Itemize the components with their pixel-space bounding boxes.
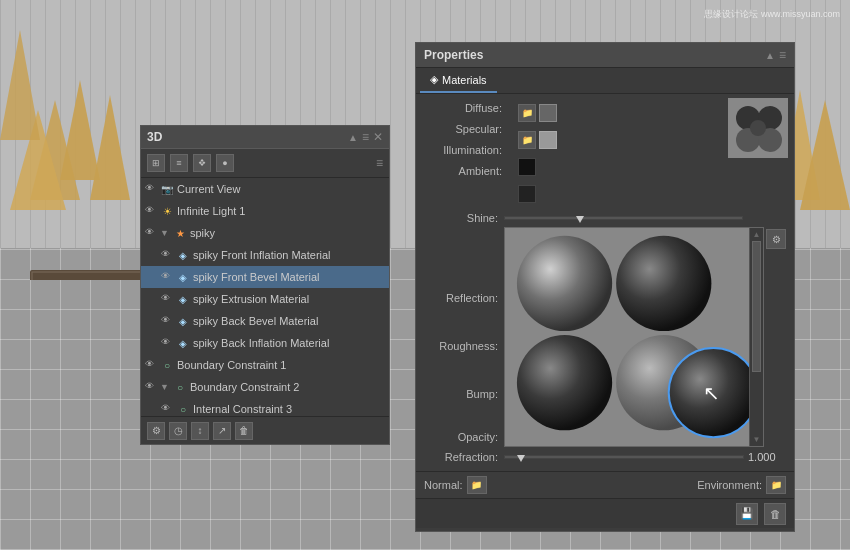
props-collapse-arrow[interactable]: ▲	[765, 50, 775, 61]
layer-item-spiky-front-inflation[interactable]: 👁 ◈ spiky Front Inflation Material	[141, 244, 389, 266]
eye-icon[interactable]: 👁	[145, 381, 157, 393]
layer-label-internal-3: Internal Constraint 3	[193, 403, 385, 415]
ambient-swatch[interactable]	[518, 185, 536, 203]
layer-item-spiky[interactable]: 👁 ▼ ★ spiky	[141, 222, 389, 244]
texture-balls-svg: ↖	[505, 228, 763, 447]
layer-item-spiky-extrusion[interactable]: 👁 ◈ spiky Extrusion Material	[141, 288, 389, 310]
props-labels-col: Diffuse: Specular: Illumination: Ambient…	[422, 102, 512, 205]
preview-and-scroll: Reflection: Roughness: Bump: Opacity:	[422, 227, 788, 447]
layer-label-spiky-front-bevel: spiky Front Bevel Material	[193, 271, 385, 283]
scroll-down-arrow[interactable]: ▼	[750, 435, 763, 444]
panel-3d-toolbar: ⊞ ≡ ❖ ● ≡	[141, 149, 389, 178]
layer-item-infinite-light-1[interactable]: 👁 ☀ Infinite Light 1	[141, 200, 389, 222]
scroll-up-arrow[interactable]: ▲	[750, 228, 763, 239]
specular-label: Specular:	[422, 123, 502, 135]
material-icon: ◈	[176, 336, 190, 350]
expand-arrow[interactable]: ▼	[160, 228, 170, 238]
eye-icon[interactable]: 👁	[161, 271, 173, 283]
constraint-icon: ○	[160, 358, 174, 372]
refraction-slider[interactable]	[504, 455, 744, 459]
specular-row: Specular:	[422, 123, 512, 135]
illumination-swatch[interactable]	[518, 158, 536, 176]
eye-icon[interactable]: 👁	[161, 315, 173, 327]
props-save-btn[interactable]: 💾	[736, 503, 758, 525]
texture-grid-preview[interactable]: ↖ ▲ ▼	[504, 227, 764, 447]
specular-swatch[interactable]	[539, 131, 557, 149]
illumination-row: Illumination:	[422, 144, 512, 156]
eye-icon[interactable]: 👁	[161, 337, 173, 349]
layer-item-boundary-2[interactable]: 👁 ▼ ○ Boundary Constraint 2	[141, 376, 389, 398]
material-icon: ◈	[176, 314, 190, 328]
constraint-icon: ○	[176, 402, 190, 416]
eye-icon[interactable]: 👁	[161, 249, 173, 261]
refraction-label: Refraction:	[422, 451, 504, 463]
panel-3d-footer: ⚙ ◷ ↕ ↗ 🗑	[141, 416, 389, 444]
panel-3d: 3D ▲ ≡ ✕ ⊞ ≡ ❖ ● ≡ 👁 📷 Current View 👁 ☀ …	[140, 125, 390, 445]
footer-mesh-btn[interactable]: ↕	[191, 422, 209, 440]
layer-item-spiky-front-bevel[interactable]: 👁 ◈ spiky Front Bevel Material	[141, 266, 389, 288]
props-menu-icon[interactable]: ≡	[779, 48, 786, 62]
eye-icon[interactable]: 👁	[145, 183, 157, 195]
panel-tabs: ◈ Materials	[416, 68, 794, 94]
shine-slider[interactable]	[504, 216, 743, 220]
tab-materials[interactable]: ◈ Materials	[420, 68, 497, 93]
layer-label-spiky-back-bevel: spiky Back Bevel Material	[193, 315, 385, 327]
panel-properties: Properties ▲ ≡ ◈ Materials Diffuse: Spec…	[415, 42, 795, 532]
eye-icon[interactable]: 👁	[145, 359, 157, 371]
bump-label: Bump:	[422, 388, 504, 400]
spacer2	[422, 307, 504, 337]
gear-button[interactable]: ⚙	[766, 229, 786, 249]
opacity-label: Opacity:	[422, 431, 504, 443]
environment-folder-btn[interactable]: 📁	[766, 476, 786, 494]
toolbar-scene-btn[interactable]: ⊞	[147, 154, 165, 172]
panel-close-icon[interactable]: ✕	[373, 130, 383, 144]
layer-label-spiky-back-inflation: spiky Back Inflation Material	[193, 337, 385, 349]
spacer	[422, 229, 504, 289]
layer-item-spiky-back-bevel[interactable]: 👁 ◈ spiky Back Bevel Material	[141, 310, 389, 332]
diffuse-swatch[interactable]	[539, 104, 557, 122]
panel-collapse-arrow[interactable]: ▲	[348, 132, 358, 143]
texture-thumb-svg	[728, 98, 788, 158]
props-labels-mid: Reflection: Roughness: Bump: Opacity:	[422, 227, 504, 447]
panel-3d-title: 3D	[147, 130, 162, 144]
toolbar-transform-btn[interactable]: ❖	[193, 154, 211, 172]
light-icon: ☀	[160, 204, 174, 218]
svg-point-26	[616, 236, 711, 331]
footer-delete-btn[interactable]: 🗑	[235, 422, 253, 440]
layer-item-boundary-1[interactable]: 👁 ○ Boundary Constraint 1	[141, 354, 389, 376]
scroll-thumb[interactable]	[752, 241, 761, 372]
footer-light-btn[interactable]: ◷	[169, 422, 187, 440]
eye-icon[interactable]: 👁	[161, 403, 173, 415]
ambient-controls	[518, 183, 557, 205]
eye-icon[interactable]: 👁	[145, 227, 157, 239]
expand-arrow-2[interactable]: ▼	[160, 382, 170, 392]
props-swatches-col: 📁 📁	[518, 102, 557, 205]
texture-preview-section: Shine: Reflection: Roughness: Bump: Opac…	[422, 209, 788, 447]
camera-icon: 📷	[160, 182, 174, 196]
svg-point-25	[517, 236, 612, 331]
specular-folder-btn[interactable]: 📁	[518, 131, 536, 149]
footer-material-btn[interactable]: ↗	[213, 422, 231, 440]
diffuse-folder-btn[interactable]: 📁	[518, 104, 536, 122]
normal-folder-btn[interactable]: 📁	[467, 476, 487, 494]
panel-menu-icon[interactable]: ≡	[362, 130, 369, 144]
diffuse-row: Diffuse:	[422, 102, 512, 114]
layer-item-current-view[interactable]: 👁 📷 Current View	[141, 178, 389, 200]
toolbar-list-btn[interactable]: ≡	[170, 154, 188, 172]
panel-3d-menu-icon[interactable]: ≡	[376, 156, 383, 170]
toolbar-light-btn[interactable]: ●	[216, 154, 234, 172]
main-texture-thumb[interactable]	[728, 98, 788, 158]
normal-environment-row: Normal: 📁 Environment: 📁	[416, 471, 794, 498]
layer-label-current-view: Current View	[177, 183, 385, 195]
layer-item-spiky-back-inflation[interactable]: 👁 ◈ spiky Back Inflation Material	[141, 332, 389, 354]
illumination-label: Illumination:	[422, 144, 502, 156]
eye-icon[interactable]: 👁	[145, 205, 157, 217]
footer-settings-btn[interactable]: ⚙	[147, 422, 165, 440]
props-delete-btn[interactable]: 🗑	[764, 503, 786, 525]
texture-scrollbar[interactable]: ▲ ▼	[749, 228, 763, 446]
eye-icon[interactable]: 👁	[161, 293, 173, 305]
panel-3d-layer-list: 👁 📷 Current View 👁 ☀ Infinite Light 1 👁 …	[141, 178, 389, 426]
constraint-icon: ○	[173, 380, 187, 394]
panel-props-header: Properties ▲ ≡	[416, 43, 794, 68]
spacer4	[422, 403, 504, 428]
